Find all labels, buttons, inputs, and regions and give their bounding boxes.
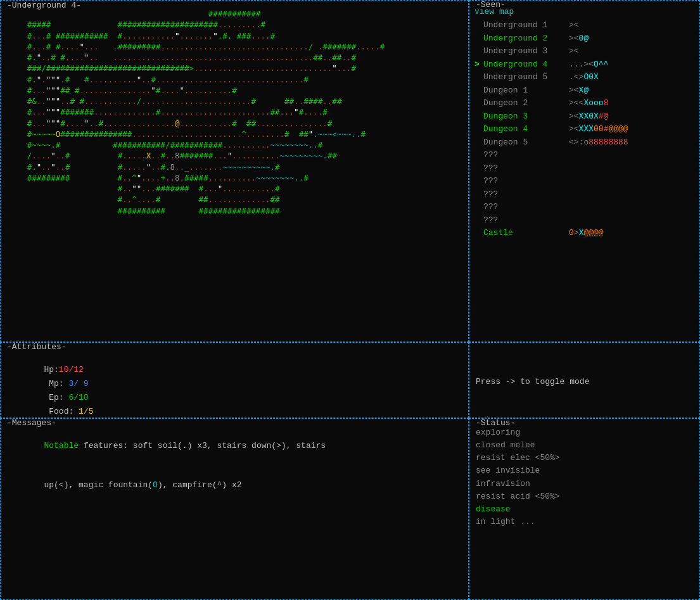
map-content: ########### ##### #####################.…: [3, 8, 466, 216]
status-content: exploring closed melee resist elec <50%>…: [476, 426, 696, 528]
seen-panel: -Seen- View map > Underground 1 >< > Und…: [469, 0, 700, 342]
seen-castle-item[interactable]: > Castle 0>X@@@@: [474, 227, 694, 239]
seen-item[interactable]: > Dungeon 5 <>:o88888888: [474, 136, 694, 149]
status-item: resist acid <50%>: [476, 490, 696, 503]
seen-item[interactable]: > Underground 3 ><: [474, 45, 694, 58]
seen-item[interactable]: > Dungeon 4 ><XXX00#@@@@: [474, 123, 694, 136]
hp-line: Hp:10/12 Mp: 3/ 9 Ep: 6/10 Food: 1/5 Gol…: [4, 349, 464, 418]
status-title: -Status-: [474, 418, 516, 428]
status-item: exploring: [476, 426, 696, 439]
side-info-panel: Press -> to toggle mode: [469, 342, 700, 418]
seen-item[interactable]: > Underground 5 .<>O0X: [474, 71, 694, 84]
seen-item-current[interactable]: > Underground 4 ...><O^^: [474, 58, 694, 71]
messages-content: Notable features: soft soil(.) x3, stair…: [4, 426, 464, 506]
messages-title: -Messages-: [6, 418, 58, 428]
status-item: see invisible: [476, 464, 696, 477]
seen-item[interactable]: > Dungeon 3 ><XX0X#@: [474, 110, 694, 123]
seen-item[interactable]: > ???: [474, 149, 694, 162]
message-line: up(<), magic fountain(O), campfire(^) x2: [4, 466, 464, 505]
status-panel: -Status- exploring closed melee resist e…: [469, 418, 700, 600]
seen-item[interactable]: > Dungeon 1 ><X@: [474, 84, 694, 97]
status-item: infravision: [476, 478, 696, 490]
attributes-panel: -Attributes- Hp:10/12 Mp: 3/ 9 Ep: 6/10 …: [0, 342, 469, 418]
seen-item[interactable]: > ???: [474, 214, 694, 227]
status-item-disease: disease: [476, 503, 696, 516]
message-line: Notable features: soft soil(.) x3, stair…: [4, 426, 464, 466]
seen-item[interactable]: > ???: [474, 201, 694, 214]
seen-item[interactable]: > Underground 2 ><0@: [474, 32, 694, 45]
seen-item[interactable]: > Underground 1 ><: [474, 19, 694, 32]
attributes-title: -Attributes-: [6, 342, 68, 352]
press-info: Press -> to toggle mode: [476, 377, 589, 386]
map-title: -Underground 4-: [6, 0, 82, 11]
messages-panel: -Messages- Notable features: soft soil(.…: [0, 418, 469, 600]
status-item: in light ...: [476, 516, 696, 528]
seen-item[interactable]: > ???: [474, 175, 694, 188]
seen-item[interactable]: > ???: [474, 188, 694, 201]
seen-item[interactable]: > Dungeon 2 ><<Xooo8: [474, 97, 694, 110]
status-item: closed melee: [476, 439, 696, 452]
view-map-button[interactable]: View map: [474, 7, 694, 16]
status-item: resist elec <50%>: [476, 452, 696, 464]
map-panel: -Underground 4- ########### ##### ######…: [0, 0, 469, 342]
seen-title: -Seen-: [474, 0, 507, 10]
attributes-content: Hp:10/12 Mp: 3/ 9 Ep: 6/10 Food: 1/5 Gol…: [4, 349, 464, 418]
seen-item[interactable]: > ???: [474, 162, 694, 175]
